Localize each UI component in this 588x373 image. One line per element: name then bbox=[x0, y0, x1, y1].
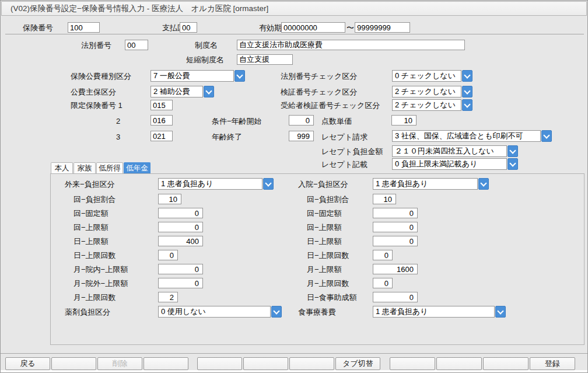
tab-teinenkin[interactable]: 低年金 bbox=[124, 162, 150, 174]
in-row-label: 月−上限額 bbox=[307, 266, 342, 274]
drug-burden-label: 薬剤負担区分 bbox=[65, 308, 110, 316]
meal-fee-select[interactable]: 1 患者負担あり bbox=[373, 306, 495, 318]
short-name-label: 短縮制度名 bbox=[186, 56, 224, 64]
in-row-label: 回−固定額 bbox=[307, 210, 342, 218]
verify-check-label: 検証番号チェック区分 bbox=[281, 88, 357, 96]
footer-button-empty-9[interactable] bbox=[390, 357, 435, 370]
in-row-label: 月−上限回数 bbox=[307, 280, 349, 288]
out-month-out-limit-input[interactable] bbox=[158, 278, 203, 288]
footer-button-empty-10[interactable] bbox=[436, 357, 482, 370]
payment-class-input[interactable] bbox=[180, 22, 197, 33]
tab-switch-button[interactable]: タブ切替 bbox=[335, 357, 380, 370]
out-visit-limit-input[interactable] bbox=[158, 222, 203, 232]
receipt-claim-label: レセプト請求 bbox=[321, 133, 368, 141]
in-month-count-input[interactable] bbox=[373, 278, 393, 288]
register-button[interactable]: 登録 bbox=[530, 357, 575, 370]
in-ratio-input[interactable] bbox=[373, 194, 396, 204]
receipt-claim-dropdown-button[interactable] bbox=[541, 130, 552, 142]
out-row-label: 回−上限額 bbox=[74, 224, 108, 232]
age-start-label: 条件−年齢開始 bbox=[212, 117, 262, 126]
bottom-strip bbox=[1, 370, 588, 373]
back-button[interactable]: 戻る bbox=[5, 357, 50, 370]
age-start-input[interactable] bbox=[289, 115, 314, 126]
valid-from-input[interactable] bbox=[281, 22, 345, 33]
tilde-separator: 〜 bbox=[346, 24, 354, 32]
age-end-label: 年齢終了 bbox=[212, 133, 242, 141]
out-row-label: 月−上限回数 bbox=[74, 294, 116, 302]
outpatient-burden-select[interactable]: 1 患者負担あり bbox=[158, 178, 262, 190]
outpatient-burden-dropdown-button[interactable] bbox=[263, 178, 274, 190]
verify-check-select[interactable]: 2 チェックしない bbox=[392, 86, 461, 97]
verify-check-dropdown-button[interactable] bbox=[462, 86, 473, 97]
footer-separator bbox=[1, 353, 588, 354]
age-end-input[interactable] bbox=[289, 131, 314, 141]
tab-teishotoku[interactable]: 低所得 bbox=[96, 162, 123, 174]
out-day-limit-input[interactable] bbox=[158, 236, 203, 246]
law-check-select[interactable]: 0 チェックしない bbox=[392, 70, 461, 82]
drug-burden-dropdown-button[interactable] bbox=[271, 306, 282, 318]
footer-button-empty-5[interactable] bbox=[197, 357, 242, 370]
recipient-check-dropdown-button[interactable] bbox=[462, 99, 473, 111]
valid-to-input[interactable] bbox=[355, 22, 410, 33]
primary-class-dropdown-button[interactable] bbox=[204, 86, 214, 97]
public-type-select[interactable]: 7 一般公費 bbox=[150, 70, 234, 82]
receipt-amount-dropdown-button[interactable] bbox=[508, 145, 518, 157]
in-day-limit-input[interactable] bbox=[373, 236, 418, 246]
receipt-amount-select[interactable]: ２１０円未満四捨五入しない bbox=[392, 145, 507, 157]
short-name-input[interactable] bbox=[237, 54, 293, 65]
law-number-input[interactable] bbox=[125, 40, 148, 50]
in-day-count-input[interactable] bbox=[373, 250, 393, 260]
receipt-note-dropdown-button[interactable] bbox=[508, 158, 518, 170]
law-check-dropdown-button[interactable] bbox=[462, 70, 473, 82]
delete-button[interactable]: 削除 bbox=[97, 357, 142, 370]
out-row-label: 日−上限額 bbox=[74, 238, 108, 246]
out-fixed-input[interactable] bbox=[158, 208, 203, 218]
outpatient-burden-label: 外来−負担区分 bbox=[65, 180, 115, 189]
public-type-dropdown-button[interactable] bbox=[235, 70, 245, 82]
inpatient-burden-label: 入院−負担区分 bbox=[298, 180, 348, 189]
out-row-label: 回−固定額 bbox=[74, 210, 108, 218]
insurance-number-input[interactable] bbox=[68, 22, 100, 33]
out-row-label: 月−院外−上限額 bbox=[74, 280, 128, 288]
receipt-claim-select[interactable]: 3 社保、国保、広域連合とも印刷不可 bbox=[392, 130, 541, 142]
separator bbox=[5, 34, 584, 34]
out-row-label: 日−上限回数 bbox=[74, 252, 116, 260]
footer-button-empty-11[interactable] bbox=[483, 357, 528, 370]
out-row-label: 回−負担割合 bbox=[74, 196, 116, 204]
footer-button-empty-6[interactable] bbox=[243, 357, 288, 370]
in-month-limit-input[interactable] bbox=[373, 264, 418, 274]
limited-insurance-label: 限定保険番号 1 bbox=[71, 102, 123, 110]
out-ratio-input[interactable] bbox=[158, 194, 181, 204]
limited-insurance-input-1[interactable] bbox=[150, 100, 173, 110]
in-meal-subsidy-input[interactable] bbox=[373, 292, 418, 302]
footer-button-empty-4[interactable] bbox=[144, 357, 188, 370]
inpatient-burden-dropdown-button[interactable] bbox=[478, 178, 489, 190]
out-month-in-limit-input[interactable] bbox=[158, 264, 203, 274]
in-row-label: 日−上限額 bbox=[307, 238, 342, 246]
meal-fee-label: 食事療養費 bbox=[298, 308, 336, 316]
primary-class-select[interactable]: 2 補助公費 bbox=[150, 86, 203, 97]
in-visit-limit-input[interactable] bbox=[373, 222, 418, 232]
limited-insurance-input-2[interactable] bbox=[150, 115, 173, 126]
window-title: (V02)保険番号設定−保険番号情報入力 - 医療法人 オルカ医院 [ormas… bbox=[1, 1, 587, 16]
out-month-count-input[interactable] bbox=[158, 292, 178, 302]
in-row-label: 回−上限額 bbox=[307, 224, 342, 232]
tab-kazoku[interactable]: 家族 bbox=[74, 162, 96, 174]
tab-honnin[interactable]: 本人 bbox=[51, 162, 73, 174]
meal-fee-dropdown-button[interactable] bbox=[495, 306, 506, 318]
out-day-count-input[interactable] bbox=[158, 250, 178, 260]
drug-burden-select[interactable]: 0 使用しない bbox=[158, 306, 271, 318]
in-fixed-input[interactable] bbox=[373, 208, 418, 218]
system-name-input[interactable] bbox=[237, 40, 465, 50]
receipt-amount-label: レセプト負担金額 bbox=[321, 148, 383, 156]
footer-button-empty-2[interactable] bbox=[51, 357, 96, 370]
system-name-label: 制度名 bbox=[195, 41, 218, 50]
point-price-input[interactable] bbox=[391, 115, 416, 126]
in-row-label: 日−上限回数 bbox=[307, 252, 349, 260]
inpatient-burden-select[interactable]: 1 患者負担あり bbox=[373, 178, 478, 190]
recipient-check-select[interactable]: 2 チェックしない bbox=[392, 99, 461, 111]
receipt-note-select[interactable]: 0 負担上限未満記載あり bbox=[392, 158, 507, 170]
public-type-label: 保険公費種別区分 bbox=[71, 72, 131, 81]
limited-insurance-input-3[interactable] bbox=[150, 131, 173, 141]
footer-button-empty-7[interactable] bbox=[289, 357, 334, 370]
